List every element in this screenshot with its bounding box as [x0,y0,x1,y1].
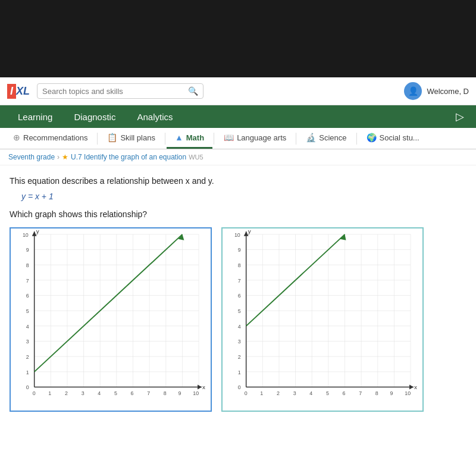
svg-text:0: 0 [238,384,241,390]
divider-4 [296,133,296,145]
logo-xl-letters: XL [16,85,30,98]
svg-text:2: 2 [26,354,29,360]
main-content: This equation describes a relationship b… [0,165,476,422]
svg-text:9: 9 [178,390,181,396]
subnav-science-label: Science [319,133,346,142]
skillplans-icon: 📋 [107,133,117,142]
header-bar: I XL 🔍 👤 Welcome, D [0,77,476,105]
svg-text:x: x [202,384,205,390]
svg-text:10: 10 [234,232,240,238]
svg-text:6: 6 [343,390,346,396]
svg-text:4: 4 [309,390,312,396]
nav-bar: Learning Diagnostic Analytics ▷ [0,105,476,128]
nav-item-analytics[interactable]: Analytics [126,106,183,128]
svg-text:y: y [248,228,251,234]
breadcrumb-sep: › [57,153,60,161]
svg-text:4: 4 [26,324,29,330]
breadcrumb: Seventh grade › ★ U.7 Identify the graph… [0,149,476,165]
subnav-socialstu[interactable]: 🌍 Social stu... [358,128,428,149]
nav-item-diagnostic[interactable]: Diagnostic [63,106,126,128]
svg-text:5: 5 [26,308,29,314]
socialstu-icon: 🌍 [367,133,377,142]
divider-5 [356,133,357,145]
search-bar[interactable]: 🔍 [37,83,203,99]
langarts-icon: 📖 [224,133,234,142]
svg-text:6: 6 [131,390,134,396]
svg-text:6: 6 [238,293,241,299]
user-avatar[interactable]: 👤 [404,82,422,100]
svg-text:4: 4 [98,390,101,396]
recommendations-icon: ⊕ [13,133,20,142]
svg-text:3: 3 [26,339,29,345]
svg-text:9: 9 [390,390,393,396]
question-prompt: Which graph shows this relationship? [10,209,466,219]
logo-i-letter: I [7,84,16,99]
svg-text:5: 5 [238,308,241,314]
subnav-langarts[interactable]: 📖 Language arts [215,128,295,149]
svg-text:5: 5 [326,390,329,396]
top-bezel [0,0,476,77]
nav-item-learning[interactable]: Learning [7,106,63,128]
svg-text:8: 8 [238,262,241,268]
divider-2 [165,133,165,145]
subnav-recommendations-label: Recommendations [23,133,87,142]
search-input[interactable] [42,87,184,96]
svg-text:0: 0 [33,390,36,396]
graph-a-canvas: x y 0 1 2 3 4 5 6 7 8 9 10 0 1 [11,228,211,411]
graph-option-a[interactable]: x y 0 1 2 3 4 5 6 7 8 9 10 0 1 [10,227,212,412]
math-icon: ▲ [175,133,183,142]
science-icon: 🔬 [306,133,316,142]
subnav-langarts-label: Language arts [237,133,286,142]
header-right: 👤 Welcome, D [404,82,469,100]
subnav-skillplans[interactable]: 📋 Skill plans [99,128,164,149]
welcome-text: Welcome, D [427,87,469,96]
breadcrumb-skill-code: WU5 [189,154,203,161]
svg-text:2: 2 [277,390,280,396]
divider-1 [97,133,98,145]
svg-text:2: 2 [238,354,241,360]
subnav-math-label: Math [186,133,204,142]
svg-text:y: y [36,228,39,234]
svg-text:6: 6 [26,293,29,299]
svg-text:7: 7 [238,278,241,284]
browser-content: I XL 🔍 👤 Welcome, D Learning Diagnostic … [0,77,476,476]
graph-b-canvas: x y 0 1 2 3 4 5 6 7 8 9 10 0 1 [223,228,422,411]
svg-text:9: 9 [238,247,241,253]
breadcrumb-star: ★ [62,153,68,161]
svg-text:3: 3 [293,390,296,396]
graph-option-b[interactable]: x y 0 1 2 3 4 5 6 7 8 9 10 0 1 [221,227,424,412]
svg-text:2: 2 [65,390,68,396]
subnav-math[interactable]: ▲ Math [167,128,212,149]
subnav-recommendations[interactable]: ⊕ Recommendations [5,128,96,149]
logo[interactable]: I XL [7,84,30,99]
svg-text:1: 1 [48,390,51,396]
search-icon: 🔍 [188,86,198,96]
svg-text:10: 10 [193,390,199,396]
svg-text:1: 1 [26,369,29,375]
svg-text:7: 7 [147,390,150,396]
svg-rect-0 [11,228,211,411]
svg-text:3: 3 [238,339,241,345]
svg-text:3: 3 [82,390,84,396]
breadcrumb-grade[interactable]: Seventh grade [8,153,55,161]
svg-text:4: 4 [238,324,241,330]
svg-text:8: 8 [26,262,29,268]
sub-nav: ⊕ Recommendations 📋 Skill plans ▲ Math 📖… [0,128,476,149]
svg-text:10: 10 [23,232,29,238]
divider-3 [214,133,214,145]
graphs-container: x y 0 1 2 3 4 5 6 7 8 9 10 0 1 [10,227,466,412]
svg-text:7: 7 [26,278,29,284]
svg-text:5: 5 [114,390,117,396]
subnav-science[interactable]: 🔬 Science [298,128,355,149]
svg-text:x: x [414,384,417,390]
subnav-socialstu-label: Social stu... [380,133,419,142]
subnav-skillplans-label: Skill plans [120,133,155,142]
svg-text:1: 1 [260,390,263,396]
svg-text:9: 9 [26,247,29,253]
nav-arrow-icon: ▷ [451,105,469,128]
svg-text:8: 8 [164,390,167,396]
breadcrumb-skill[interactable]: U.7 Identify the graph of an equation [71,153,186,161]
equation-display: y = x + 1 [21,192,466,201]
svg-text:10: 10 [405,390,411,396]
svg-text:0: 0 [26,384,29,390]
